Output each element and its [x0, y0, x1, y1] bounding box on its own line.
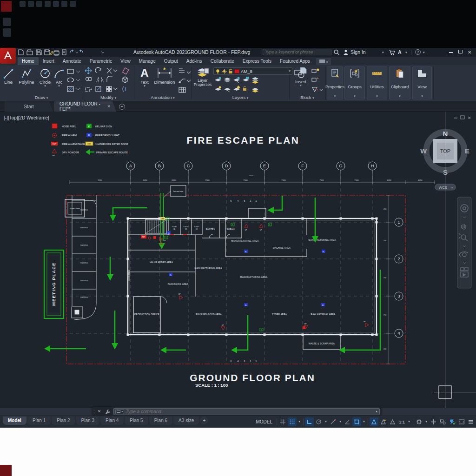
ribbon-tab-view[interactable]: View — [116, 57, 135, 65]
viewcube-top-label[interactable]: TOP — [440, 148, 450, 154]
drawing-svg[interactable]: [-][Top][2D Wireframe] ✕ HOSE REEL FIRE … — [0, 112, 476, 408]
layout-tab-plan5[interactable]: Plan 5 — [125, 416, 148, 425]
minimize-button[interactable] — [449, 52, 453, 53]
scale-tool-icon[interactable] — [96, 86, 101, 92]
polyline-tool-button[interactable]: Polyline — [16, 67, 37, 85]
new-file-icon[interactable] — [19, 50, 23, 55]
isometric-drafting-toggle[interactable] — [329, 417, 337, 426]
qat-customize-caret-icon[interactable] — [101, 52, 104, 53]
layer-tools[interactable] — [214, 76, 260, 94]
quick-access-toolbar[interactable] — [18, 49, 111, 56]
autodesk-app-icon[interactable]: A — [398, 48, 402, 57]
ribbon-tab-output[interactable]: Output — [160, 57, 182, 65]
block-panel-footer[interactable]: Block ▾ — [300, 95, 314, 100]
navigation-bar[interactable] — [457, 197, 471, 288]
layout-tab-plan6[interactable]: Plan 6 — [149, 416, 172, 425]
dimension-tool-button[interactable]: Dimension — [153, 66, 176, 85]
close-button[interactable]: ✕ — [468, 48, 471, 57]
ellipse-tool-icon[interactable] — [67, 78, 74, 82]
rectangle-tool-icon[interactable] — [67, 69, 73, 73]
sign-in-caret-icon[interactable]: ▾ — [382, 51, 384, 54]
help-caret-icon[interactable]: ▾ — [423, 51, 425, 54]
block-attrib-icon[interactable] — [312, 78, 318, 81]
new-layout-button[interactable]: + — [200, 416, 208, 424]
command-recent-button[interactable]: ▾ — [115, 409, 124, 414]
layout-tab-model[interactable]: Model — [3, 416, 26, 425]
layer-color-swatch[interactable] — [234, 69, 239, 73]
ribbon-display-toggle[interactable]: ▾ — [316, 58, 331, 65]
new-drawing-tab-button[interactable]: + — [119, 104, 125, 110]
annotation-visibility-toggle[interactable] — [370, 417, 378, 426]
utilities-panel-button[interactable]: Utilities ▾ — [367, 66, 387, 99]
publish-icon[interactable] — [62, 50, 66, 55]
autodesk-caret-icon[interactable]: ▾ — [405, 51, 407, 54]
object-snap-toggle[interactable] — [352, 417, 361, 426]
annotation-scale-icon[interactable] — [388, 417, 397, 426]
file-tab-document[interactable]: GROUND FLOOR - FEP* ✕ — [54, 101, 116, 112]
osnap-caret-icon[interactable]: ▾ — [362, 417, 366, 426]
viewcube-north[interactable]: N — [443, 130, 448, 138]
viewport-window-buttons[interactable]: ✕ — [454, 116, 471, 120]
ribbon-tab-annotate[interactable]: Annotate — [59, 57, 86, 65]
annotation-scale-caret-icon[interactable]: ▾ — [407, 417, 411, 426]
layer-properties-button[interactable]: Layer Properties — [192, 66, 213, 87]
viewport-minimize-icon[interactable] — [454, 118, 457, 119]
layout-tab-a3size[interactable]: A3-size — [173, 416, 199, 425]
viewport-close-icon[interactable]: ✕ — [468, 116, 471, 120]
command-input[interactable] — [126, 409, 374, 414]
search-icon[interactable] — [333, 49, 340, 55]
file-tab-start[interactable]: Start — [5, 101, 53, 112]
arc-tool-button[interactable]: Arc ▾ — [53, 67, 65, 87]
annotation-scale-value[interactable]: 1:1 — [397, 417, 406, 426]
file-tab-close-icon[interactable]: ✕ — [107, 104, 111, 109]
block-extra-tools[interactable] — [311, 68, 324, 94]
save-icon[interactable] — [36, 50, 41, 55]
model-space-toggle[interactable]: MODEL — [253, 417, 275, 426]
polar-caret-icon[interactable]: ▾ — [324, 417, 328, 426]
app-store-cart-icon[interactable] — [389, 49, 395, 55]
ribbon-tab-collaborate[interactable]: Collaborate — [206, 57, 238, 65]
hatch-tool-icon[interactable] — [67, 86, 73, 92]
ribbon-tab-manage[interactable]: Manage — [135, 57, 160, 65]
graphics-performance-icon[interactable] — [448, 417, 456, 426]
draw-extra-tools[interactable] — [66, 68, 82, 94]
circle-tool-button[interactable]: Circle ▾ — [38, 67, 52, 87]
erase-tool-icon[interactable] — [123, 68, 129, 74]
multileader-tool-icon[interactable] — [179, 69, 191, 73]
redo-icon[interactable] — [80, 50, 83, 53]
ribbon-tab-addins[interactable]: Add-ins — [182, 57, 206, 65]
ribbon-tab-home[interactable]: Home — [18, 57, 39, 65]
open-file-icon[interactable] — [27, 50, 33, 55]
fillet-tool-icon[interactable] — [107, 76, 112, 82]
modify-tools[interactable] — [85, 67, 133, 94]
viewport-controls-label[interactable]: [-][Top][2D Wireframe] — [4, 115, 49, 120]
command-input-wrap[interactable]: ▾ ▴ — [113, 408, 380, 415]
isolate-objects-icon[interactable] — [438, 417, 447, 426]
ellipse-caret-icon[interactable] — [76, 79, 80, 81]
ribbon-tab-parametric[interactable]: Parametric — [86, 57, 116, 65]
iso-caret-icon[interactable]: ▾ — [338, 417, 343, 426]
text-tool-button[interactable]: A Text ▾ — [137, 66, 152, 87]
leader-tool-icon[interactable] — [179, 79, 191, 83]
view-panel-button[interactable]: View ▾ — [412, 66, 432, 99]
help-icon[interactable]: ? — [415, 49, 421, 55]
modify-panel-footer[interactable]: Modify ▾ — [100, 95, 116, 100]
trim-tool-icon[interactable] — [107, 68, 117, 73]
restore-button[interactable] — [458, 50, 463, 53]
ribbon-tab-featured-apps[interactable]: Featured Apps — [276, 57, 314, 65]
snap-caret-icon[interactable]: ▾ — [297, 417, 302, 426]
wcs-label[interactable]: WCS — [439, 185, 448, 190]
command-grip-icon[interactable]: ⁞ — [92, 409, 96, 414]
viewcube-south[interactable]: S — [443, 168, 448, 176]
draw-panel-footer[interactable]: Draw ▾ — [35, 95, 48, 100]
viewcube[interactable]: N S W E TOP WCS ▾ — [420, 130, 469, 190]
layout-tab-plan4[interactable]: Plan 4 — [100, 416, 124, 425]
workspace-caret-icon[interactable]: ▾ — [424, 417, 429, 426]
rotate-tool-icon[interactable] — [95, 67, 101, 73]
sign-in-person-icon[interactable] — [343, 49, 349, 55]
customization-menu-icon[interactable] — [466, 417, 475, 426]
mirror-tool-icon[interactable] — [97, 77, 103, 82]
rectangle-caret-icon[interactable] — [76, 71, 80, 73]
clean-screen-icon[interactable] — [457, 417, 466, 426]
ortho-mode-toggle[interactable] — [305, 417, 314, 426]
